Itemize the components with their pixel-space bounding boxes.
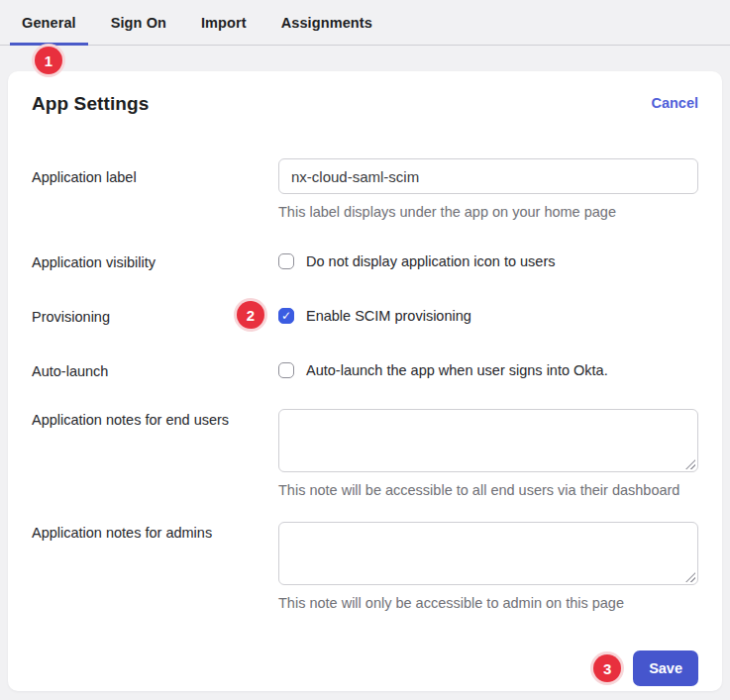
application-visibility-row: Application visibility ✓ Do not display … <box>32 251 698 272</box>
application-label-helper-text: This label displays under the app on you… <box>278 202 698 222</box>
application-visibility-checkbox[interactable]: ✓ <box>278 253 294 269</box>
page-title: App Settings <box>32 93 149 115</box>
notes-admins-field-label: Application notes for admins <box>32 522 278 543</box>
tab-import[interactable]: Import <box>189 0 259 45</box>
checkmark-icon: ✓ <box>281 310 291 322</box>
auto-launch-checkbox-line: ✓ Auto-launch the app when user signs in… <box>278 360 698 380</box>
save-button[interactable]: Save <box>633 650 698 686</box>
annotation-step-2-badge: 2 <box>237 301 264 329</box>
tab-assignments[interactable]: Assignments <box>269 0 384 45</box>
notes-admins-row: Application notes for admins This note w… <box>32 522 698 613</box>
tab-assignments-label: Assignments <box>281 15 372 31</box>
provisioning-checkbox-line: ✓ Enable SCIM provisioning <box>278 306 698 326</box>
card-header: App Settings Cancel <box>32 93 698 123</box>
application-visibility-checkbox-label: Do not display application icon to users <box>306 251 555 271</box>
tab-sign-on-label: Sign On <box>111 15 166 31</box>
cancel-link[interactable]: Cancel <box>651 95 698 111</box>
provisioning-row: Provisioning 2 ✓ Enable SCIM provisionin… <box>32 306 698 327</box>
auto-launch-row: Auto-launch ✓ Auto-launch the app when u… <box>32 360 698 381</box>
card-footer: 3 Save <box>32 650 698 686</box>
annotation-step-1-badge: 1 <box>35 47 62 74</box>
application-label-field-label: Application label <box>32 158 278 187</box>
app-settings-card: App Settings Cancel Application label Th… <box>8 71 722 691</box>
notes-end-users-field-label: Application notes for end users <box>32 409 278 430</box>
scim-provisioning-checkbox-label: Enable SCIM provisioning <box>306 306 471 326</box>
application-visibility-field-label: Application visibility <box>32 251 278 272</box>
tab-import-label: Import <box>201 15 247 31</box>
annotation-step-3-badge: 3 <box>593 654 621 682</box>
application-label-input[interactable] <box>278 158 698 194</box>
tab-general-label: General <box>22 15 76 31</box>
auto-launch-field-label: Auto-launch <box>32 360 278 381</box>
active-tab-indicator <box>10 43 88 46</box>
tab-sign-on[interactable]: Sign On <box>99 0 178 45</box>
auto-launch-checkbox-label: Auto-launch the app when user signs into… <box>306 360 608 380</box>
scim-provisioning-checkbox[interactable]: ✓ <box>278 308 294 324</box>
notes-end-users-helper-text: This note will be accessible to all end … <box>278 480 698 500</box>
application-label-row: Application label This label displays un… <box>32 158 698 222</box>
notes-admins-helper-text: This note will only be accessible to adm… <box>278 593 698 613</box>
application-visibility-checkbox-line: ✓ Do not display application icon to use… <box>278 251 698 271</box>
tab-bar: General Sign On Import Assignments <box>0 0 730 46</box>
tab-general[interactable]: General <box>10 0 88 45</box>
notes-end-users-row: Application notes for end users This not… <box>32 409 698 500</box>
auto-launch-checkbox[interactable]: ✓ <box>278 362 294 378</box>
notes-end-users-textarea[interactable] <box>278 409 698 472</box>
notes-admins-textarea[interactable] <box>278 522 698 585</box>
